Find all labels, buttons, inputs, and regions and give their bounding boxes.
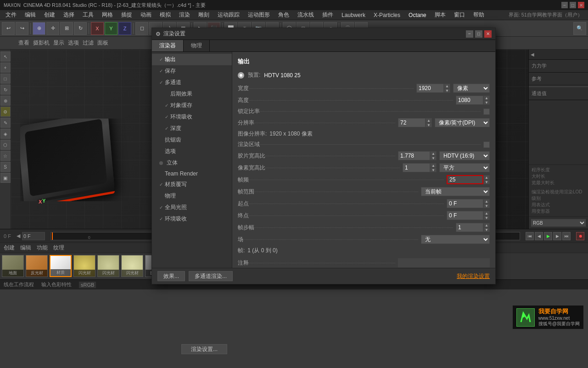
width-up[interactable]: ▲ bbox=[444, 84, 450, 88]
left-tool-10[interactable]: ☆ bbox=[0, 151, 11, 161]
left-tool-5[interactable]: ⊕ bbox=[0, 96, 11, 106]
width-spinner[interactable]: ▲ ▼ bbox=[416, 84, 450, 93]
frame-range-select[interactable]: 当前帧 bbox=[421, 187, 490, 196]
width-down[interactable]: ▼ bbox=[444, 88, 450, 93]
menu-render[interactable]: 渲染 bbox=[175, 10, 194, 20]
width-unit-select[interactable]: 像素 bbox=[453, 84, 490, 93]
end-up[interactable]: ▲ bbox=[483, 211, 490, 215]
axis-z-btn[interactable]: Z bbox=[118, 22, 131, 35]
left-tool-1[interactable]: ↖ bbox=[0, 51, 11, 62]
render-settings-btn[interactable]: 渲染设置... bbox=[181, 344, 227, 354]
effects-btn[interactable]: 效果... bbox=[157, 271, 185, 281]
mat-flash3[interactable]: 闪光材 bbox=[121, 255, 143, 277]
menu-pipeline[interactable]: 流水线 bbox=[294, 10, 318, 20]
nav-depth[interactable]: ✓ 深度 bbox=[152, 123, 232, 134]
fstep-spinner[interactable]: ▲ ▼ bbox=[456, 223, 490, 232]
left-tool-4[interactable]: ↻ bbox=[0, 85, 11, 95]
select-btn[interactable]: ⊕ bbox=[33, 22, 45, 35]
res-down[interactable]: ▼ bbox=[426, 123, 432, 127]
menu-xparticles[interactable]: X-Particles bbox=[370, 11, 404, 19]
dialog-maximize[interactable]: □ bbox=[475, 30, 482, 38]
nav-output[interactable]: ✓ 输出 bbox=[152, 54, 232, 65]
step-fwd-btn[interactable]: ▶ bbox=[553, 232, 561, 240]
left-tool-3[interactable]: □ bbox=[0, 74, 11, 84]
mat-default[interactable]: 材质 bbox=[50, 255, 72, 277]
menu-animate[interactable]: 动画 bbox=[137, 10, 155, 20]
menu-mocap[interactable]: 运动跟踪 bbox=[214, 10, 243, 20]
menu-tools[interactable]: 工具 bbox=[79, 10, 97, 20]
region-checkbox[interactable] bbox=[483, 142, 490, 148]
nav-save[interactable]: ✓ 保存 bbox=[152, 65, 232, 77]
menu-create[interactable]: 创建 bbox=[40, 10, 59, 20]
left-tool-8[interactable]: ◈ bbox=[0, 129, 11, 139]
mat-flash1[interactable]: 闪光材 bbox=[73, 255, 95, 277]
menu-simulate[interactable]: 模拟 bbox=[156, 10, 174, 20]
pixel-spinner[interactable]: ▲ ▼ bbox=[403, 163, 437, 172]
filter-menu[interactable]: 过滤 bbox=[83, 39, 94, 47]
nav-stereo[interactable]: 立体 bbox=[152, 157, 232, 169]
play-end-btn[interactable]: ⏭ bbox=[562, 232, 571, 240]
mat-edit[interactable]: 编辑 bbox=[20, 244, 31, 252]
start-input[interactable] bbox=[447, 199, 483, 208]
mat-flash2[interactable]: 闪光材 bbox=[97, 255, 119, 277]
res-unit-select[interactable]: 像素/英寸(DPI) bbox=[435, 118, 490, 127]
menu-window[interactable]: 窗口 bbox=[450, 10, 469, 20]
dialog-close[interactable]: ✕ bbox=[484, 30, 492, 38]
start-down[interactable]: ▼ bbox=[483, 204, 490, 208]
menu-script[interactable]: 脚本 bbox=[431, 10, 449, 20]
display-menu[interactable]: 显示 bbox=[53, 39, 64, 47]
menu-edit[interactable]: 编辑 bbox=[21, 10, 39, 20]
mat-reflective[interactable]: 反光材 bbox=[26, 255, 48, 277]
render-settings-dialog[interactable]: ⚙ 渲染设置 − □ ✕ 渲染器 物理 ✓ 输出 bbox=[151, 28, 496, 284]
left-tool-7[interactable]: ✎ bbox=[0, 118, 11, 128]
menu-help[interactable]: 帮助 bbox=[470, 10, 488, 20]
fps-down[interactable]: ▼ bbox=[483, 180, 490, 184]
tab-renderer[interactable]: 渲染器 bbox=[152, 40, 184, 51]
dialog-minimize[interactable]: − bbox=[466, 30, 473, 38]
fstep-up[interactable]: ▲ bbox=[483, 223, 490, 227]
height-up[interactable]: ▲ bbox=[483, 96, 490, 100]
height-down[interactable]: ▼ bbox=[483, 100, 490, 105]
field-select[interactable]: 无 bbox=[421, 235, 490, 244]
fps-spinner[interactable]: ▲ ▼ bbox=[447, 175, 490, 184]
play-begin-btn[interactable]: ⏮ bbox=[526, 232, 534, 240]
menu-mograph[interactable]: 运动图形 bbox=[244, 10, 274, 20]
pixel-down[interactable]: ▼ bbox=[430, 168, 437, 172]
nav-object-buffer[interactable]: ✓ 对象缓存 bbox=[152, 100, 232, 111]
close-btn[interactable]: ✕ bbox=[578, 2, 584, 8]
menu-mesh[interactable]: 网格 bbox=[98, 10, 117, 20]
nav-aa[interactable]: ✓ 抗锯齿 bbox=[152, 134, 232, 146]
options-menu[interactable]: 选项 bbox=[68, 39, 79, 47]
left-tool-11[interactable]: S bbox=[0, 162, 11, 172]
preset-radio[interactable] bbox=[238, 72, 244, 79]
minimize-btn[interactable]: − bbox=[561, 2, 568, 8]
menu-snap[interactable]: 插捉 bbox=[118, 10, 136, 20]
end-down[interactable]: ▼ bbox=[483, 215, 490, 220]
panel-menu[interactable]: 面板 bbox=[97, 39, 108, 47]
lock-ratio-checkbox[interactable] bbox=[483, 108, 490, 115]
maximize-btn[interactable]: □ bbox=[570, 2, 576, 8]
menu-plugin[interactable]: 插件 bbox=[319, 10, 337, 20]
search-btn[interactable]: 🔍 bbox=[573, 22, 586, 35]
left-tool-9[interactable]: ⬡ bbox=[0, 140, 11, 150]
menu-character[interactable]: 角色 bbox=[274, 10, 293, 20]
pixel-unit-select[interactable]: 平方 bbox=[439, 163, 490, 172]
view-menu[interactable]: 查看 bbox=[18, 39, 29, 47]
multichannel-btn[interactable]: 多通道渲染... bbox=[189, 271, 233, 281]
nav-multichannel[interactable]: ✓ 多通道 bbox=[152, 77, 232, 88]
fstep-input[interactable] bbox=[456, 223, 483, 232]
nav-postfx[interactable]: ✓ 后期效果 bbox=[152, 88, 232, 100]
left-tool-12[interactable]: ▣ bbox=[0, 173, 11, 183]
step-back-btn[interactable]: ◀ bbox=[535, 232, 543, 240]
height-spinner[interactable]: ▲ ▼ bbox=[456, 96, 490, 105]
mat-func[interactable]: 功能 bbox=[37, 244, 48, 252]
frame-input[interactable] bbox=[22, 232, 45, 240]
res-input[interactable] bbox=[398, 118, 426, 127]
res-up[interactable]: ▲ bbox=[426, 118, 432, 123]
width-input[interactable] bbox=[416, 84, 444, 93]
rotate-btn[interactable]: ↻ bbox=[74, 22, 87, 35]
right-panel-scroll[interactable]: ◀ bbox=[531, 52, 534, 57]
record-btn[interactable]: ⏺ bbox=[576, 232, 584, 240]
start-spinner[interactable]: ▲ ▼ bbox=[447, 199, 490, 208]
undo-btn[interactable]: ↩ bbox=[2, 22, 15, 35]
